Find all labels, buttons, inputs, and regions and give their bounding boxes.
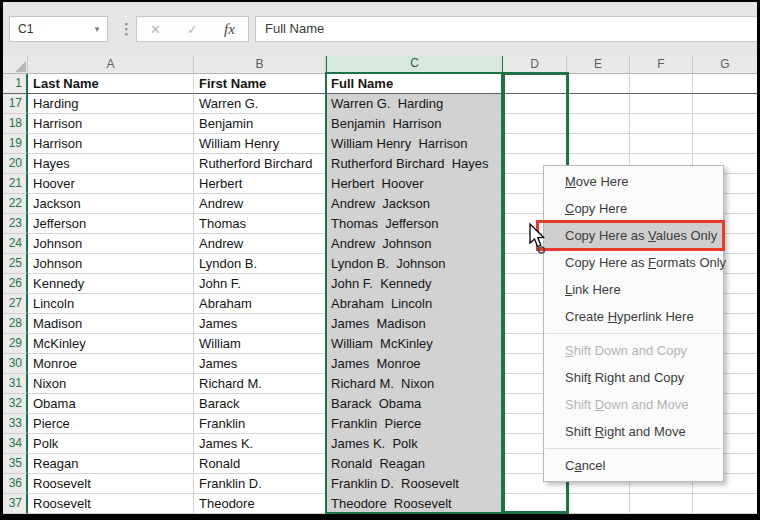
insert-function-icon[interactable]: fx bbox=[224, 21, 235, 38]
cell-f17[interactable] bbox=[630, 94, 693, 114]
cell-a21[interactable]: Hoover bbox=[28, 174, 194, 194]
cell-c27[interactable]: Abraham Lincoln bbox=[326, 294, 503, 314]
name-box[interactable]: C1 ▾ bbox=[9, 16, 108, 42]
cell-a30[interactable]: Monroe bbox=[28, 354, 194, 374]
row-header-34[interactable]: 34 bbox=[3, 434, 28, 454]
row-header-22[interactable]: 22 bbox=[3, 194, 28, 214]
select-all-corner[interactable] bbox=[3, 56, 28, 74]
cell-a1[interactable]: Last Name bbox=[28, 74, 194, 94]
menu-item-link-here[interactable]: Link Here bbox=[544, 276, 723, 303]
column-header-f[interactable]: F bbox=[630, 56, 693, 74]
cell-a33[interactable]: Pierce bbox=[28, 414, 194, 434]
cell-a18[interactable]: Harrison bbox=[28, 114, 194, 134]
cell-c35[interactable]: Ronald Reagan bbox=[326, 454, 503, 474]
cell-a24[interactable]: Johnson bbox=[28, 234, 194, 254]
cell-a34[interactable]: Polk bbox=[28, 434, 194, 454]
row-header-28[interactable]: 28 bbox=[3, 314, 28, 334]
cell-b35[interactable]: Ronald bbox=[194, 454, 326, 474]
cell-g1[interactable] bbox=[693, 74, 757, 94]
cell-g37[interactable] bbox=[693, 494, 757, 514]
cell-a22[interactable]: Jackson bbox=[28, 194, 194, 214]
row-header-30[interactable]: 30 bbox=[3, 354, 28, 374]
row-header-23[interactable]: 23 bbox=[3, 214, 28, 234]
cell-a37[interactable]: Roosevelt bbox=[28, 494, 194, 514]
cell-f37[interactable] bbox=[630, 494, 693, 514]
cell-c23[interactable]: Thomas Jefferson bbox=[326, 214, 503, 234]
row-header-33[interactable]: 33 bbox=[3, 414, 28, 434]
menu-item-cancel[interactable]: Cancel bbox=[544, 452, 723, 479]
row-header-35[interactable]: 35 bbox=[3, 454, 28, 474]
cell-b37[interactable]: Theodore bbox=[194, 494, 326, 514]
cell-b17[interactable]: Warren G. bbox=[194, 94, 326, 114]
cell-c24[interactable]: Andrew Johnson bbox=[326, 234, 503, 254]
menu-item-copy-here[interactable]: Copy Here bbox=[544, 195, 723, 222]
cell-c32[interactable]: Barack Obama bbox=[326, 394, 503, 414]
cell-b21[interactable]: Herbert bbox=[194, 174, 326, 194]
cell-c36[interactable]: Franklin D. Roosevelt bbox=[326, 474, 503, 494]
cell-b33[interactable]: Franklin bbox=[194, 414, 326, 434]
cell-c20[interactable]: Rutherford Birchard Hayes bbox=[326, 154, 503, 174]
menu-item-shift-right-and-copy[interactable]: Shift Right and Copy bbox=[544, 364, 723, 391]
menu-item-copy-here-as-formats-only[interactable]: Copy Here as Formats Only bbox=[544, 249, 723, 276]
column-header-g[interactable]: G bbox=[693, 56, 757, 74]
cell-e17[interactable] bbox=[567, 94, 630, 114]
cell-b19[interactable]: William Henry bbox=[194, 134, 326, 154]
cell-b28[interactable]: James bbox=[194, 314, 326, 334]
cell-b30[interactable]: James bbox=[194, 354, 326, 374]
cell-e1[interactable] bbox=[567, 74, 630, 94]
cell-b31[interactable]: Richard M. bbox=[194, 374, 326, 394]
cell-c33[interactable]: Franklin Pierce bbox=[326, 414, 503, 434]
column-header-a[interactable]: A bbox=[28, 56, 194, 74]
cell-g17[interactable] bbox=[693, 94, 757, 114]
chevron-down-icon[interactable]: ▾ bbox=[87, 17, 107, 41]
cell-b34[interactable]: James K. bbox=[194, 434, 326, 454]
cell-b1[interactable]: First Name bbox=[194, 74, 326, 94]
cell-c31[interactable]: Richard M. Nixon bbox=[326, 374, 503, 394]
cell-b24[interactable]: Andrew bbox=[194, 234, 326, 254]
cell-b23[interactable]: Thomas bbox=[194, 214, 326, 234]
cell-c30[interactable]: James Monroe bbox=[326, 354, 503, 374]
cell-g19[interactable] bbox=[693, 134, 757, 154]
cell-a20[interactable]: Hayes bbox=[28, 154, 194, 174]
cell-a26[interactable]: Kennedy bbox=[28, 274, 194, 294]
cell-c21[interactable]: Herbert Hoover bbox=[326, 174, 503, 194]
cell-e18[interactable] bbox=[567, 114, 630, 134]
formula-input[interactable]: Full Name bbox=[255, 16, 757, 42]
cell-b20[interactable]: Rutherford Birchard bbox=[194, 154, 326, 174]
row-header-21[interactable]: 21 bbox=[3, 174, 28, 194]
row-header-17[interactable]: 17 bbox=[3, 94, 28, 114]
cell-c26[interactable]: John F. Kennedy bbox=[326, 274, 503, 294]
cell-c1[interactable]: Full Name bbox=[326, 74, 503, 94]
cell-c37[interactable]: Theodore Roosevelt bbox=[326, 494, 503, 514]
cell-b18[interactable]: Benjamin bbox=[194, 114, 326, 134]
cell-f1[interactable] bbox=[630, 74, 693, 94]
cell-b29[interactable]: William bbox=[194, 334, 326, 354]
cell-b22[interactable]: Andrew bbox=[194, 194, 326, 214]
cell-c19[interactable]: William Henry Harrison bbox=[326, 134, 503, 154]
cell-a27[interactable]: Lincoln bbox=[28, 294, 194, 314]
enter-icon[interactable]: ✓ bbox=[187, 22, 198, 37]
menu-item-copy-here-as-values-only[interactable]: Copy Here as Values Only bbox=[544, 222, 723, 249]
cell-a32[interactable]: Obama bbox=[28, 394, 194, 414]
menu-item-shift-right-and-move[interactable]: Shift Right and Move bbox=[544, 418, 723, 445]
cell-f19[interactable] bbox=[630, 134, 693, 154]
cell-b26[interactable]: John F. bbox=[194, 274, 326, 294]
row-header-32[interactable]: 32 bbox=[3, 394, 28, 414]
cell-b27[interactable]: Abraham bbox=[194, 294, 326, 314]
cell-c22[interactable]: Andrew Jackson bbox=[326, 194, 503, 214]
cell-c18[interactable]: Benjamin Harrison bbox=[326, 114, 503, 134]
column-header-b[interactable]: B bbox=[194, 56, 326, 74]
cell-a25[interactable]: Johnson bbox=[28, 254, 194, 274]
row-header-27[interactable]: 27 bbox=[3, 294, 28, 314]
menu-item-create-hyperlink-here[interactable]: Create Hyperlink Here bbox=[544, 303, 723, 330]
cell-e37[interactable] bbox=[567, 494, 630, 514]
cell-c34[interactable]: James K. Polk bbox=[326, 434, 503, 454]
cell-a19[interactable]: Harrison bbox=[28, 134, 194, 154]
row-header-31[interactable]: 31 bbox=[3, 374, 28, 394]
cell-b36[interactable]: Franklin D. bbox=[194, 474, 326, 494]
row-header-24[interactable]: 24 bbox=[3, 234, 28, 254]
row-header-25[interactable]: 25 bbox=[3, 254, 28, 274]
cancel-icon[interactable]: ✕ bbox=[150, 22, 161, 37]
cell-b32[interactable]: Barack bbox=[194, 394, 326, 414]
cell-a31[interactable]: Nixon bbox=[28, 374, 194, 394]
